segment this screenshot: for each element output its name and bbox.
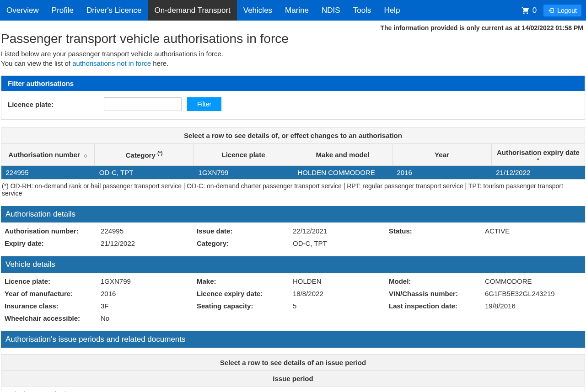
val-last-insp: 19/8/2016 (485, 302, 581, 310)
val-plate: 1GXN799 (101, 277, 197, 285)
top-nav: Overview Profile Driver's Licence On-dem… (0, 0, 586, 21)
intro-post: here. (151, 59, 168, 67)
issue-periods-heading: Authorisation's issue periods and relate… (1, 331, 585, 348)
nav-profile[interactable]: Profile (45, 0, 80, 21)
intro-pre: You can view the list of (1, 59, 72, 67)
nav-help[interactable]: Help (377, 0, 406, 21)
cell-make-model: HOLDEN COMMODORE (293, 166, 392, 180)
cell-plate: 1GXN799 (194, 166, 293, 180)
cell-year: 2016 (392, 166, 491, 180)
issue-period-row[interactable]: 22/12/2021 - 21/12/2022 (1, 387, 585, 392)
auth-table: Authorisation number ◇ Category (*) Lice… (1, 143, 585, 179)
logout-icon (548, 7, 554, 14)
lbl-issue-date: Issue date: (197, 227, 293, 235)
filter-panel: Filter authorisations Licence plate: Fil… (1, 75, 585, 120)
val-model: COMMODORE (485, 277, 581, 285)
val-vin: 6G1FB5E32GL243219 (485, 290, 581, 297)
cell-category: OD-C, TPT (95, 166, 194, 180)
logout-label: Logout (557, 7, 577, 14)
val-expiry: 21/12/2022 (101, 239, 197, 247)
val-status: ACTIVE (485, 227, 581, 235)
lbl-seating: Seating capacity: (197, 302, 293, 310)
val-yom: 2016 (101, 290, 197, 297)
intro-line-1: Listed below are your passenger transpor… (0, 49, 586, 58)
lbl-make: Make: (197, 277, 293, 285)
filter-panel-header: Filter authorisations (1, 76, 585, 91)
vehicle-details-heading: Vehicle details (1, 256, 585, 273)
cart-icon (521, 6, 531, 15)
lbl-last-insp: Last inspection date: (389, 302, 485, 310)
col-licence-plate[interactable]: Licence plate (194, 144, 293, 166)
issue-period-caption: Select a row to see details of an issue … (1, 354, 585, 371)
table-row[interactable]: 224995 OD-C, TPT 1GXN799 HOLDEN COMMODOR… (1, 166, 585, 180)
col-auth-number[interactable]: Authorisation number ◇ (1, 144, 95, 166)
licence-plate-input[interactable] (104, 97, 182, 111)
lbl-model: Model: (389, 277, 485, 285)
sort-icon: ◇ (84, 153, 87, 158)
cell-auth-no: 224995 (1, 166, 95, 180)
lbl-lic-expiry: Licence expiry date: (197, 290, 293, 297)
nav-overview[interactable]: Overview (0, 0, 45, 21)
val-seating: 5 (293, 302, 389, 310)
cell-expiry: 21/12/2022 (491, 166, 585, 180)
val-lic-expiry: 18/8/2022 (293, 290, 389, 297)
nav-marine[interactable]: Marine (279, 0, 315, 21)
col-year[interactable]: Year (392, 144, 491, 166)
col-category[interactable]: Category (*) (95, 144, 194, 166)
issue-period-col[interactable]: Issue period (1, 371, 585, 387)
lbl-expiry: Expiry date: (5, 239, 101, 247)
category-footnote: (*) OD-RH: on-demand rank or hail passen… (1, 179, 585, 200)
lbl-status: Status: (389, 227, 485, 235)
nav-drivers-licence[interactable]: Driver's Licence (80, 0, 148, 21)
nav-on-demand-transport[interactable]: On-demand Transport (148, 0, 237, 21)
val-ins-class: 3F (101, 302, 197, 310)
col-make-model[interactable]: Make and model (293, 144, 392, 166)
vehicle-details-grid: Licence plate: 1GXN799 Make: HOLDEN Mode… (0, 273, 586, 325)
auth-table-wrap: Select a row to see details of, or effec… (1, 127, 585, 200)
lbl-plate: Licence plate: (5, 277, 101, 285)
nav-tools[interactable]: Tools (347, 0, 378, 21)
val-make: HOLDEN (293, 277, 389, 285)
sort-asc-icon: ▴ (495, 156, 581, 161)
filter-button[interactable]: Filter (187, 97, 221, 111)
val-category: OD-C, TPT (293, 239, 389, 247)
page-title: Passenger transport vehicle authorisatio… (0, 32, 586, 49)
lbl-category: Category: (197, 239, 293, 247)
nav-vehicles[interactable]: Vehicles (237, 0, 279, 21)
lbl-wheelchair: Wheelchair accessible: (5, 314, 101, 322)
lbl-yom: Year of manufacture: (5, 290, 101, 297)
auth-details-grid: Authorisation number: 224995 Issue date:… (0, 222, 586, 250)
auth-details-heading: Authorisation details (1, 206, 585, 222)
col-expiry[interactable]: Authorisation expiry date ▴ (491, 144, 585, 166)
cart-count: 0 (532, 6, 537, 15)
lbl-vin: VIN/Chassis number: (389, 290, 485, 297)
cart-button[interactable]: 0 (516, 6, 541, 15)
licence-plate-label: Licence plate: (8, 101, 104, 108)
lbl-ins-class: Insurance class: (5, 302, 101, 310)
val-auth-no: 224995 (101, 227, 197, 235)
lbl-auth-no: Authorisation number: (5, 227, 101, 235)
val-issue-date: 22/12/2021 (293, 227, 389, 235)
val-wheelchair: No (101, 314, 197, 322)
not-in-force-link[interactable]: authorisations not in force (72, 59, 151, 67)
intro-line-2: You can view the list of authorisations … (0, 58, 586, 68)
nav-ndis[interactable]: NDIS (315, 0, 347, 21)
logout-button[interactable]: Logout (543, 5, 581, 16)
auth-table-caption: Select a row to see details of, or effec… (1, 127, 585, 143)
